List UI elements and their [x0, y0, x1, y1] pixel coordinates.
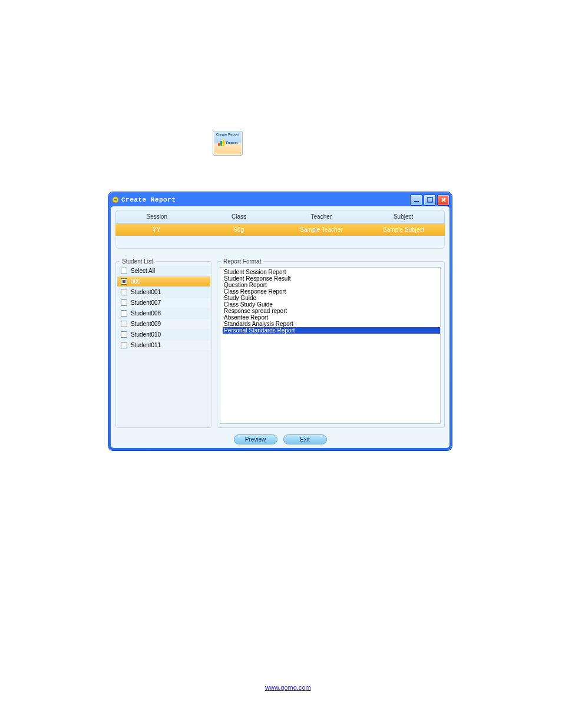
svg-rect-4 [414, 201, 419, 202]
panels: Student List Select All000Student001Stud… [115, 258, 445, 428]
report-format-item[interactable]: Class Study Guide [223, 301, 440, 308]
report-format-item[interactable]: Class Response Report [223, 288, 440, 295]
header-teacher: Teacher [280, 210, 363, 223]
student-label: Student009 [131, 321, 161, 327]
report-format-item[interactable]: Personal Standards Report [223, 327, 440, 334]
preview-button[interactable]: Preview [234, 434, 277, 444]
header-class: Class [198, 210, 280, 223]
report-format-list[interactable]: Student Session ReportStudent Response R… [220, 267, 441, 424]
dialog-footer: Preview Exit [111, 434, 449, 444]
maximize-button[interactable] [424, 195, 436, 206]
student-row[interactable]: 000 [117, 276, 210, 287]
report-format-item[interactable]: Student Response Result [223, 275, 440, 282]
report-format-panel: Report Format Student Session ReportStud… [217, 258, 445, 428]
student-label: Student007 [131, 299, 161, 306]
create-report-toolbar-label-bottom: Report [226, 141, 237, 144]
bar-chart-icon [218, 140, 225, 146]
student-row[interactable]: Student001 [117, 287, 210, 298]
student-list[interactable]: Select All000Student001Student007Student… [117, 266, 210, 426]
footer-link[interactable]: www.qomo.com [265, 684, 311, 691]
report-format-item[interactable]: Student Session Report [223, 269, 440, 275]
report-format-item[interactable]: Standards Analysis Report [223, 321, 440, 327]
student-row[interactable]: Student009 [117, 319, 210, 330]
report-format-legend: Report Format [221, 258, 263, 265]
page: Create Report Report Create Report [0, 0, 562, 728]
create-report-toolbar-button[interactable]: Create Report Report [213, 131, 243, 156]
dialog-title: Create Report [121, 196, 410, 203]
student-label: Student001 [131, 289, 161, 295]
value-teacher: Sample Teacher [280, 223, 363, 236]
window-controls [410, 195, 449, 206]
info-filler-row [115, 236, 445, 249]
header-subject: Subject [362, 210, 445, 223]
student-row[interactable]: Student011 [117, 340, 210, 351]
checkbox-icon[interactable] [121, 278, 127, 285]
checkbox-icon[interactable] [121, 342, 127, 348]
checkbox-icon[interactable] [121, 289, 127, 295]
checkbox-icon[interactable] [121, 299, 127, 306]
student-row[interactable]: Student007 [117, 298, 210, 308]
titlebar[interactable]: Create Report [108, 192, 452, 206]
create-report-toolbar-label-top: Create Report [213, 133, 242, 136]
create-report-toolbar-iconrow: Report [213, 140, 242, 146]
student-list-legend: Student List [120, 258, 156, 265]
student-row[interactable]: Student010 [117, 330, 210, 340]
close-button[interactable] [437, 195, 449, 206]
report-format-item[interactable]: Question Report [223, 282, 440, 288]
create-report-dialog: Create Report Session Class Teacher Subj… [108, 192, 452, 450]
student-label: Student008 [131, 310, 161, 317]
report-format-item[interactable]: Study Guide [223, 295, 440, 301]
student-label: Select All [131, 268, 155, 274]
exit-button[interactable]: Exit [283, 434, 327, 444]
report-format-item[interactable]: Absentee Report [223, 314, 440, 321]
checkbox-icon[interactable] [121, 268, 127, 274]
dialog-body: Session Class Teacher Subject YY 98g Sam… [111, 206, 449, 448]
info-value-row[interactable]: YY 98g Sample Teacher Sample Subject [115, 223, 445, 236]
app-icon [112, 196, 119, 203]
checkbox-icon[interactable] [121, 310, 127, 317]
student-label: Student010 [131, 331, 161, 338]
checkbox-icon[interactable] [121, 321, 127, 327]
student-row[interactable]: Student008 [117, 308, 210, 319]
svg-rect-0 [218, 143, 220, 146]
checkbox-icon[interactable] [121, 331, 127, 338]
student-label: 000 [131, 278, 141, 285]
student-select-all[interactable]: Select All [117, 266, 210, 276]
value-session: YY [115, 223, 198, 236]
svg-rect-2 [223, 140, 224, 146]
value-class: 98g [198, 223, 280, 236]
svg-rect-5 [428, 197, 432, 202]
student-label: Student011 [131, 342, 161, 348]
value-subject: Sample Subject [362, 223, 445, 236]
svg-rect-1 [220, 141, 222, 146]
minimize-button[interactable] [410, 195, 422, 206]
info-header-row: Session Class Teacher Subject [115, 210, 445, 223]
header-session: Session [115, 210, 198, 223]
student-list-panel: Student List Select All000Student001Stud… [115, 258, 212, 428]
report-format-item[interactable]: Response spread report [223, 308, 440, 314]
